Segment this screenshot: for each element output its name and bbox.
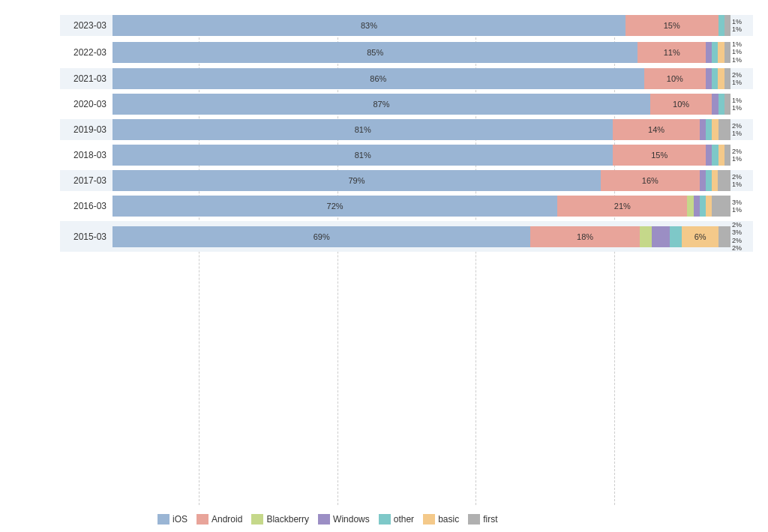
bar-segment-other-2020-03 [718, 94, 724, 115]
row-2015-03: 2015-0369%18%6%2%3%2%2% [60, 221, 753, 252]
bar-label-ios-2021-03: 86% [370, 74, 386, 83]
side-labels-2018-03: 2%1% [730, 148, 753, 163]
bar-label-ios-2018-03: 81% [355, 151, 371, 160]
bar-segment-windows-2018-03 [706, 145, 712, 166]
bar-label-android-2015-03: 18% [577, 232, 593, 241]
bar-segment-other-2018-03 [712, 145, 718, 166]
bar-segment-basic-2019-03 [712, 119, 718, 140]
side-labels-2019-03: 2%1% [730, 122, 753, 138]
bar-segment-basic-2021-03 [718, 68, 724, 89]
bar-container-2020-03: 87%10% [112, 94, 730, 115]
bar-segment-windows-2022-03 [706, 42, 712, 63]
legend-label-other: other [394, 514, 414, 525]
side-label-blackberry-2015-03: 2% [732, 221, 753, 229]
legend-label-blackberry: Blackberry [266, 514, 309, 525]
bar-segment-other-2019-03 [706, 119, 712, 140]
bar-segment-windows-2017-03 [700, 170, 706, 191]
bar-segment-first-2023-03 [724, 15, 730, 36]
bar-label-android-2023-03: 15% [664, 21, 680, 30]
side-labels-2021-03: 2%1% [730, 71, 753, 87]
side-label-other-2021-03: 1% [732, 79, 753, 86]
bar-container-2018-03: 81%15% [112, 145, 730, 166]
side-label-other-2017-03: 1% [732, 181, 753, 188]
legend: iOSAndroidBlackberryWindowsotherbasicfir… [150, 511, 497, 525]
legend-swatch-basic [423, 514, 435, 525]
row-2016-03: 2016-0372%21%3%1% [60, 196, 753, 217]
side-labels-2016-03: 3%1% [730, 199, 753, 214]
bar-label-android-2019-03: 14% [648, 125, 664, 134]
legend-label-ios: iOS [172, 514, 188, 525]
legend-swatch-ios [158, 514, 170, 525]
legend-swatch-blackberry [251, 514, 263, 525]
row-label-2022-03: 2022-03 [60, 47, 112, 58]
bar-segment-android-2022-03: 11% [638, 42, 706, 63]
row-2018-03: 2018-0381%15%2%1% [60, 145, 753, 166]
side-label-windows-2022-03: 1% [732, 40, 753, 48]
legend-item-other: other [379, 514, 414, 525]
bar-segment-other-2022-03 [712, 42, 718, 63]
side-label-other-2020-03: 1% [732, 104, 753, 112]
bar-segment-first-2020-03 [724, 94, 730, 115]
bar-segment-first-2019-03 [718, 119, 730, 140]
side-label-windows-2017-03: 2% [732, 173, 753, 181]
side-labels-2015-03: 2%3%2%2% [730, 221, 753, 252]
bar-segment-first-2017-03 [718, 170, 730, 191]
side-labels-2017-03: 2%1% [730, 173, 753, 189]
bar-segment-android-2020-03: 10% [650, 94, 712, 115]
bar-container-2019-03: 81%14% [112, 119, 730, 140]
side-label-windows-2019-03: 2% [732, 122, 753, 130]
bar-segment-ios-2023-03: 83% [112, 15, 626, 36]
row-label-2018-03: 2018-03 [60, 150, 112, 160]
row-2023-03: 2023-0383%15%1%1% [60, 15, 753, 36]
bar-container-2015-03: 69%18%6% [112, 226, 730, 247]
bar-segment-ios-2022-03: 85% [112, 42, 638, 63]
legend-label-windows: Windows [333, 514, 370, 525]
bar-container-2016-03: 72%21% [112, 196, 730, 217]
row-label-2016-03: 2016-03 [60, 201, 112, 211]
bar-segment-android-2017-03: 16% [601, 170, 700, 191]
legend-item-windows: Windows [318, 514, 370, 525]
bar-label-ios-2020-03: 87% [373, 100, 389, 109]
side-label-other-2019-03: 1% [732, 130, 753, 137]
row-label-2020-03: 2020-03 [60, 99, 112, 109]
side-label-windows-2021-03: 2% [732, 71, 753, 79]
bar-segment-ios-2017-03: 79% [112, 170, 601, 191]
bar-label-ios-2022-03: 85% [367, 48, 383, 57]
bar-segment-android-2015-03: 18% [530, 226, 639, 247]
legend-item-ios: iOS [158, 514, 188, 525]
bar-label-android-2022-03: 11% [664, 48, 680, 57]
row-label-2019-03: 2019-03 [60, 124, 112, 135]
bar-segment-windows-2020-03 [712, 94, 718, 115]
legend-swatch-android [196, 514, 208, 525]
rows-area: 2023-0383%15%1%1%2022-0385%11%1%1%1%2021… [60, 15, 753, 253]
bar-segment-ios-2015-03: 69% [112, 226, 530, 247]
legend-item-first: first [468, 514, 497, 525]
bar-segment-basic-2018-03 [718, 145, 724, 166]
bar-segment-first-2016-03 [712, 196, 730, 217]
bar-label-ios-2016-03: 72% [327, 202, 344, 211]
bar-segment-first-2021-03 [724, 68, 730, 89]
bar-label-ios-2023-03: 83% [361, 21, 377, 30]
side-labels-2020-03: 1%1% [730, 97, 753, 112]
chart-container: 2023-0383%15%1%1%2022-0385%11%1%1%1%2021… [0, 0, 768, 505]
row-2022-03: 2022-0385%11%1%1%1% [60, 40, 753, 64]
row-2020-03: 2020-0387%10%1%1% [60, 94, 753, 115]
bar-label-ios-2017-03: 79% [348, 176, 364, 185]
side-label-other-2018-03: 1% [732, 155, 753, 163]
bar-label-android-2016-03: 21% [614, 202, 631, 211]
bar-segment-blackberry-2015-03 [640, 226, 652, 247]
side-label-windows-2015-03: 3% [732, 229, 753, 236]
bar-label-ios-2019-03: 81% [355, 125, 371, 134]
bar-container-2023-03: 83%15% [112, 15, 730, 36]
bar-segment-other-2015-03 [670, 226, 682, 247]
side-label-other-2023-03: 1% [732, 18, 753, 25]
legend-label-android: Android [212, 514, 242, 525]
bar-segment-android-2018-03: 15% [613, 145, 706, 166]
bar-segment-ios-2020-03: 87% [112, 94, 650, 115]
legend-item-blackberry: Blackberry [251, 514, 309, 525]
bar-segment-android-2016-03: 21% [557, 196, 687, 217]
legend-label-first: first [483, 514, 497, 525]
side-label-other-2015-03: 2% [732, 237, 753, 244]
bar-segment-other-2017-03 [706, 170, 712, 191]
bar-segment-android-2023-03: 15% [626, 15, 718, 36]
